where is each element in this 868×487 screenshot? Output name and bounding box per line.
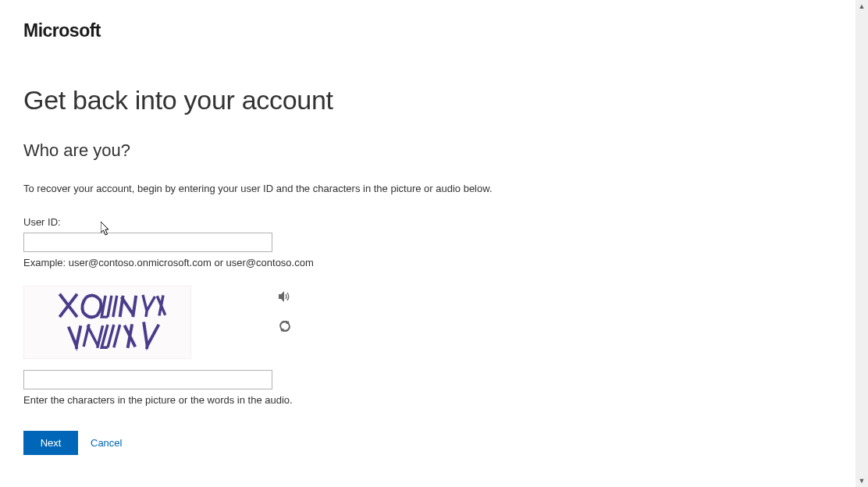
- audio-icon[interactable]: [277, 289, 293, 304]
- user-id-example: Example: user@contoso.onmicrosoft.com or…: [23, 257, 832, 268]
- user-id-label: User ID:: [23, 216, 832, 228]
- subtitle: Who are you?: [23, 140, 832, 161]
- captcha-hint: Enter the characters in the picture or t…: [23, 394, 832, 406]
- user-id-input[interactable]: [23, 233, 272, 252]
- page-title: Get back into your account: [23, 85, 832, 116]
- captcha-image: [23, 286, 191, 359]
- instructions-text: To recover your account, begin by enteri…: [23, 183, 832, 194]
- cancel-button[interactable]: Cancel: [87, 431, 125, 455]
- captcha-input[interactable]: [23, 370, 272, 389]
- next-button[interactable]: Next: [23, 431, 78, 455]
- scrollbar-track[interactable]: ▲ ▼: [856, 0, 868, 487]
- microsoft-logo: Microsoft: [23, 20, 832, 41]
- scrollbar-up-arrow[interactable]: ▲: [856, 0, 868, 12]
- scrollbar-down-arrow[interactable]: ▼: [856, 475, 868, 487]
- refresh-icon[interactable]: [277, 318, 293, 334]
